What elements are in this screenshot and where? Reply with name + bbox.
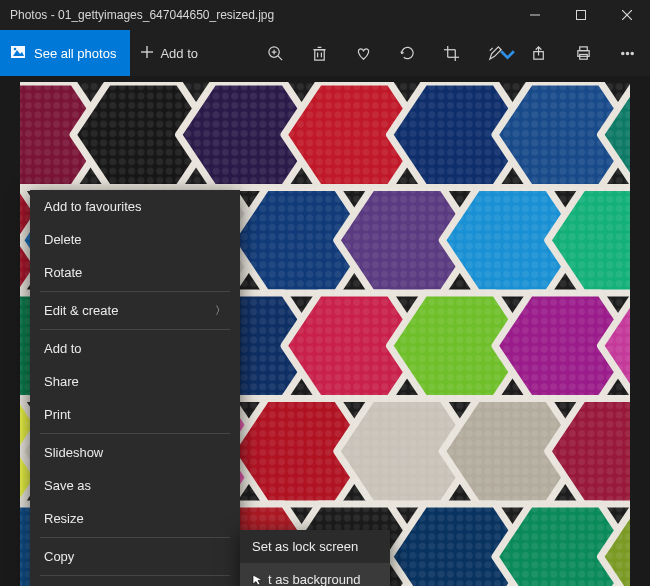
svg-line-10 bbox=[277, 55, 281, 59]
ctx-slideshow[interactable]: Slideshow bbox=[30, 436, 240, 469]
crop-button[interactable] bbox=[442, 44, 460, 62]
chevron-down-icon bbox=[499, 47, 516, 68]
ctx-edit-create[interactable]: Edit & create 〉 bbox=[30, 294, 240, 327]
plus-icon bbox=[140, 45, 154, 62]
svg-line-22 bbox=[489, 47, 492, 50]
photo-icon bbox=[10, 44, 26, 63]
separator bbox=[40, 575, 230, 576]
add-to-label: Add to bbox=[160, 46, 198, 61]
chevron-right-icon: 〉 bbox=[215, 303, 226, 318]
window-title: Photos - 01_gettyimages_647044650_resize… bbox=[10, 8, 512, 22]
svg-point-27 bbox=[621, 52, 623, 54]
svg-point-6 bbox=[14, 47, 17, 50]
ctx-delete[interactable]: Delete bbox=[30, 223, 240, 256]
app-name: Photos bbox=[10, 8, 47, 22]
svg-marker-68 bbox=[253, 575, 262, 585]
svg-point-28 bbox=[626, 52, 628, 54]
see-all-photos-button[interactable]: See all photos bbox=[0, 30, 130, 76]
maximize-button[interactable] bbox=[558, 0, 604, 30]
separator bbox=[40, 433, 230, 434]
close-button[interactable] bbox=[604, 0, 650, 30]
tool-icons bbox=[214, 44, 650, 62]
share-button[interactable] bbox=[530, 44, 548, 62]
svg-point-29 bbox=[631, 52, 633, 54]
file-name: 01_gettyimages_647044650_resized.jpg bbox=[58, 8, 274, 22]
context-menu: Add to favourites Delete Rotate Edit & c… bbox=[30, 190, 240, 586]
set-as-submenu: Set as lock screen t as background bbox=[240, 530, 390, 586]
ctx-add-to[interactable]: Add to bbox=[30, 332, 240, 365]
ctx-resize[interactable]: Resize bbox=[30, 502, 240, 535]
submenu-set-background[interactable]: t as background bbox=[240, 563, 390, 586]
see-all-label: See all photos bbox=[34, 46, 116, 61]
titlebar: Photos - 01_gettyimages_647044650_resize… bbox=[0, 0, 650, 30]
add-to-button[interactable]: Add to bbox=[130, 30, 214, 76]
ctx-rotate[interactable]: Rotate bbox=[30, 256, 240, 289]
ctx-copy[interactable]: Copy bbox=[30, 540, 240, 573]
toolbar: See all photos Add to bbox=[0, 30, 650, 76]
ctx-share[interactable]: Share bbox=[30, 365, 240, 398]
svg-rect-1 bbox=[577, 11, 586, 20]
ctx-save-as[interactable]: Save as bbox=[30, 469, 240, 502]
edit-draw-button[interactable] bbox=[486, 44, 504, 62]
cursor-icon bbox=[252, 574, 264, 586]
delete-button[interactable] bbox=[310, 44, 328, 62]
minimize-button[interactable] bbox=[512, 0, 558, 30]
zoom-button[interactable] bbox=[266, 44, 284, 62]
svg-rect-13 bbox=[314, 49, 323, 59]
separator bbox=[40, 329, 230, 330]
rotate-button[interactable] bbox=[398, 44, 416, 62]
ctx-open-with[interactable]: Open with bbox=[30, 578, 240, 586]
ctx-add-to-favourites[interactable]: Add to favourites bbox=[30, 190, 240, 223]
separator bbox=[40, 291, 230, 292]
separator bbox=[40, 537, 230, 538]
submenu-set-lock-screen[interactable]: Set as lock screen bbox=[240, 530, 390, 563]
print-button[interactable] bbox=[574, 44, 592, 62]
favourite-button[interactable] bbox=[354, 44, 372, 62]
more-button[interactable] bbox=[618, 44, 636, 62]
ctx-print[interactable]: Print bbox=[30, 398, 240, 431]
